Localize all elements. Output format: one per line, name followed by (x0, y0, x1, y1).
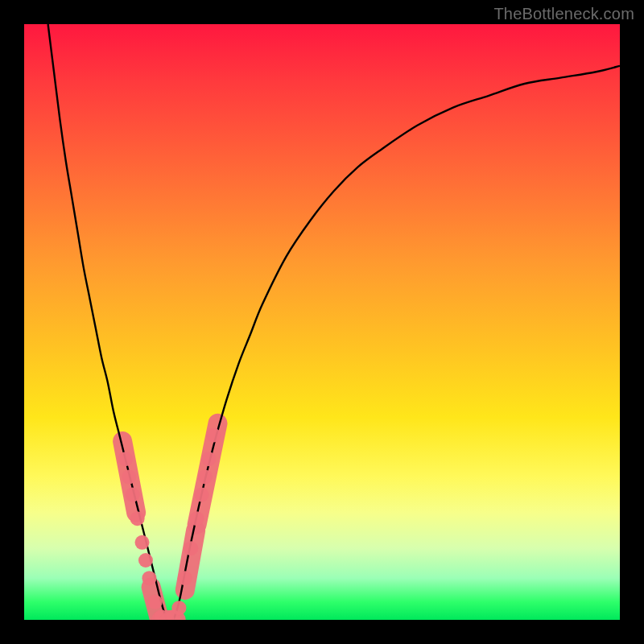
svg-point-12 (148, 595, 163, 609)
svg-point-23 (206, 428, 221, 443)
svg-point-18 (184, 541, 198, 555)
watermark-text: TheBottleneck.com (493, 5, 634, 23)
svg-point-20 (195, 488, 209, 502)
svg-point-5 (118, 452, 133, 466)
svg-point-21 (198, 469, 213, 484)
svg-point-6 (122, 469, 136, 484)
svg-point-22 (201, 452, 216, 466)
svg-point-9 (135, 535, 150, 550)
chart-svg (24, 24, 620, 620)
svg-point-10 (138, 553, 153, 568)
chart-frame: TheBottleneck.com (0, 0, 644, 644)
svg-point-7 (126, 488, 140, 502)
chart-plot-area (24, 24, 620, 620)
svg-point-17 (178, 571, 192, 585)
svg-point-19 (190, 511, 204, 526)
svg-point-16 (171, 601, 186, 615)
svg-point-8 (130, 511, 145, 526)
svg-point-11 (142, 571, 156, 585)
bottleneck-curve (48, 24, 620, 620)
